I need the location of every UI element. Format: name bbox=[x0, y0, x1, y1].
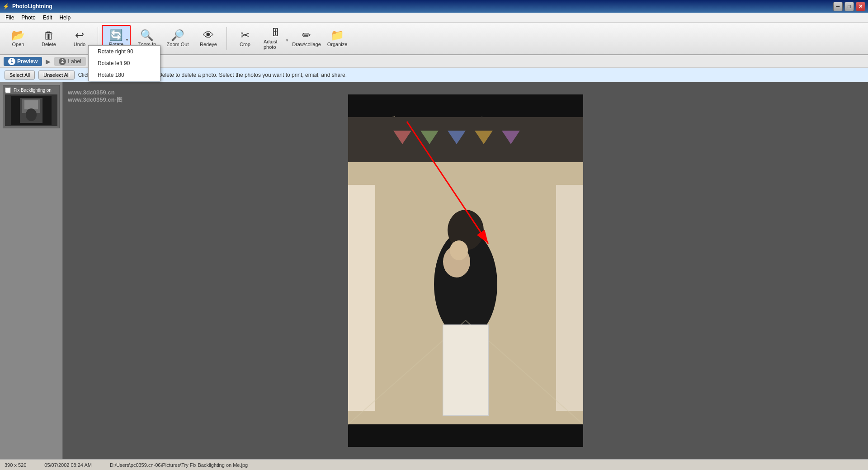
rotate-left-90-item[interactable]: Rotate left 90 bbox=[89, 57, 160, 69]
close-button[interactable]: ✕ bbox=[856, 2, 865, 11]
workflow-arrow-1: ▶ bbox=[46, 58, 51, 65]
workflow-label-label: Label bbox=[68, 58, 81, 65]
photo-container bbox=[348, 94, 583, 447]
status-datetime: 05/07/2002 08:24 AM bbox=[44, 462, 92, 468]
zoom-out-label: Zoom Out bbox=[167, 42, 189, 47]
open-button[interactable]: 📂 Open bbox=[4, 25, 33, 52]
status-dimensions: 390 x 520 bbox=[5, 462, 26, 468]
toolbar-sep-2 bbox=[226, 27, 227, 50]
delete-icon: 🗑 bbox=[43, 30, 54, 41]
undo-icon: ↩ bbox=[75, 30, 84, 41]
menubar: File Photo Edit Help bbox=[0, 13, 868, 23]
adjust-label: Adjust photo bbox=[264, 39, 288, 50]
draw-icon: ✏ bbox=[302, 30, 311, 41]
thumb-label: Fix Backlighting on bbox=[14, 88, 52, 93]
titlebar-controls: ─ □ ✕ bbox=[833, 2, 865, 11]
organize-button[interactable]: 📁 Organize bbox=[323, 25, 352, 52]
svg-rect-3 bbox=[24, 100, 38, 109]
adjust-icon: 🎚 bbox=[270, 27, 281, 38]
photo-area: www.3dc0359.cn www.3dc0359.cn-图 bbox=[63, 82, 868, 459]
app-icon: ⚡ bbox=[3, 3, 9, 9]
undo-label: Undo bbox=[74, 42, 85, 47]
thumb-image[interactable] bbox=[5, 94, 57, 126]
adjust-button[interactable]: 🎚 Adjust photo ▼ bbox=[261, 25, 290, 52]
menu-edit[interactable]: Edit bbox=[39, 14, 56, 22]
thumbnail-panel: Fix Backlighting on bbox=[0, 82, 63, 459]
main-layout: Fix Backlighting on www.3dc0359.cn www.3… bbox=[0, 82, 868, 459]
titlebar: ⚡ PhotoLightning ─ □ ✕ bbox=[0, 0, 868, 13]
workflow-step-preview[interactable]: 1 Preview bbox=[4, 57, 42, 66]
crop-icon: ✂ bbox=[241, 30, 250, 41]
app-title: PhotoLightning bbox=[12, 3, 52, 9]
svg-rect-14 bbox=[348, 117, 583, 162]
watermark-line2: www.3dc0359.cn-图 bbox=[68, 96, 123, 104]
select-all-button[interactable]: Select All bbox=[5, 70, 35, 80]
redeye-icon: 👁 bbox=[203, 30, 214, 41]
menu-help[interactable]: Help bbox=[56, 14, 74, 22]
draw-label: Draw/collage bbox=[292, 42, 321, 47]
redeye-label: Redeye bbox=[200, 42, 217, 47]
zoom-in-icon: 🔍 bbox=[140, 30, 154, 41]
workflow-num-1: 1 bbox=[8, 58, 15, 65]
rotate-dropdown-menu: Rotate right 90 Rotate left 90 Rotate 18… bbox=[88, 45, 160, 81]
svg-rect-12 bbox=[348, 185, 375, 411]
svg-point-4 bbox=[26, 108, 37, 121]
zoom-out-button[interactable]: 🔎 Zoom Out bbox=[163, 25, 192, 52]
thumbnail-item[interactable]: Fix Backlighting on bbox=[3, 85, 60, 128]
svg-point-18 bbox=[450, 240, 468, 260]
status-filepath: D:\Users\pc0359.cn-06\Pictures\Try Fix B… bbox=[110, 462, 248, 468]
crop-button[interactable]: ✂ Crop bbox=[231, 25, 259, 52]
menu-photo[interactable]: Photo bbox=[18, 14, 39, 22]
menu-file[interactable]: File bbox=[2, 14, 18, 22]
draw-button[interactable]: ✏ Draw/collage bbox=[292, 25, 321, 52]
zoom-out-icon: 🔎 bbox=[171, 30, 184, 41]
titlebar-left: ⚡ PhotoLightning bbox=[3, 3, 52, 9]
workflow-step-label[interactable]: 2 Label bbox=[54, 57, 85, 66]
photo-svg bbox=[348, 94, 583, 447]
crop-label: Crop bbox=[240, 42, 250, 47]
statusbar: 390 x 520 05/07/2002 08:24 AM D:\Users\p… bbox=[0, 459, 868, 470]
watermark: www.3dc0359.cn www.3dc0359.cn-图 bbox=[68, 89, 123, 104]
unselect-all-button[interactable]: Unselect All bbox=[38, 70, 74, 80]
organize-icon: 📁 bbox=[330, 30, 344, 41]
rotate-icon: 🔄 bbox=[109, 30, 123, 41]
delete-button[interactable]: 🗑 Delete bbox=[34, 25, 63, 52]
open-label: Open bbox=[12, 42, 24, 47]
svg-rect-27 bbox=[443, 325, 488, 415]
rotate-right-90-item[interactable]: Rotate right 90 bbox=[89, 46, 160, 57]
adjust-dropdown-arrow: ▼ bbox=[285, 38, 289, 42]
workflow-num-2: 2 bbox=[59, 58, 66, 65]
delete-label: Delete bbox=[42, 42, 56, 47]
redeye-button[interactable]: 👁 Redeye bbox=[194, 25, 223, 52]
minimize-button[interactable]: ─ bbox=[833, 2, 843, 11]
rotate-180-item[interactable]: Rotate 180 bbox=[89, 69, 160, 81]
open-icon: 📂 bbox=[11, 30, 25, 41]
organize-label: Organize bbox=[327, 42, 348, 47]
maximize-button[interactable]: □ bbox=[844, 2, 854, 11]
thumb-checkbox[interactable] bbox=[5, 87, 11, 93]
workflow-label-preview: Preview bbox=[17, 58, 38, 65]
rotate-dropdown-arrow: ▼ bbox=[125, 38, 129, 42]
svg-rect-13 bbox=[556, 185, 583, 411]
watermark-line1: www.3dc0359.cn bbox=[68, 89, 123, 96]
thumb-svg bbox=[11, 96, 52, 125]
